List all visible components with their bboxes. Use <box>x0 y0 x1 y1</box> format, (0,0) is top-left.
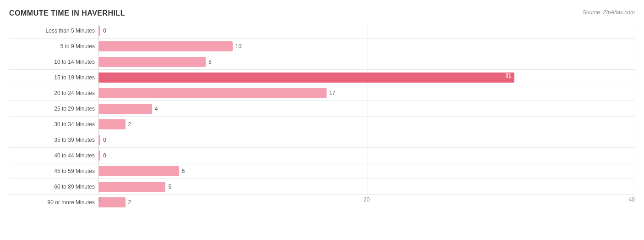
bar-fill <box>98 88 327 98</box>
bar-row: 15 to 19 Minutes31 <box>9 70 635 85</box>
bar-fill <box>98 41 233 51</box>
bar-fill <box>98 57 206 67</box>
bar-track: 8 <box>98 54 635 69</box>
bars-area: Less than 5 Minutes05 to 9 Minutes1010 t… <box>9 23 635 194</box>
bar-value-label: 0 <box>103 137 106 143</box>
bar-track: 31 <box>98 70 635 85</box>
bar-fill <box>98 151 100 161</box>
x-axis-label: 20 <box>364 196 370 203</box>
bar-row: 25 to 29 Minutes4 <box>9 101 635 117</box>
bar-fill <box>98 26 100 36</box>
chart-header: COMMUTE TIME IN HAVERHILL Source: ZipAtl… <box>9 9 635 17</box>
bar-value-label: 5 <box>168 184 171 190</box>
bar-fill <box>98 182 165 192</box>
bar-value-label: 8 <box>208 59 212 65</box>
bar-value-label: 0 <box>103 28 106 34</box>
bar-row: 35 to 39 Minutes0 <box>9 132 635 148</box>
bar-value-label: 0 <box>103 152 106 159</box>
bar-row: Less than 5 Minutes0 <box>9 23 635 39</box>
bar-label: 40 to 44 Minutes <box>9 152 98 159</box>
bar-row: 60 to 89 Minutes5 <box>9 179 635 195</box>
bar-track: 0 <box>98 148 635 163</box>
bar-label: 90 or more Minutes <box>9 199 98 206</box>
bar-row: 5 to 9 Minutes10 <box>9 39 635 54</box>
chart-source: Source: ZipAtlas.com <box>583 9 635 16</box>
bar-value-label: 10 <box>235 43 241 50</box>
chart-body: Less than 5 Minutes05 to 9 Minutes1010 t… <box>9 23 635 208</box>
bar-row: 10 to 14 Minutes8 <box>9 54 635 70</box>
bar-row: 40 to 44 Minutes0 <box>9 148 635 163</box>
bar-track: 17 <box>98 85 635 100</box>
x-axis-label: 0 <box>98 196 102 203</box>
bar-label: 20 to 24 Minutes <box>9 90 98 96</box>
grid-line <box>635 23 635 194</box>
bar-row: 30 to 34 Minutes2 <box>9 117 635 132</box>
bar-track: 0 <box>98 132 635 147</box>
bar-track: 2 <box>98 117 635 132</box>
bar-fill <box>98 135 100 145</box>
bar-value-label: 17 <box>329 90 335 96</box>
chart-container: COMMUTE TIME IN HAVERHILL Source: ZipAtl… <box>0 0 644 240</box>
bar-label: 45 to 59 Minutes <box>9 168 98 174</box>
bar-label: 15 to 19 Minutes <box>9 74 98 81</box>
bar-value-label: 6 <box>182 168 185 174</box>
chart-title: COMMUTE TIME IN HAVERHILL <box>9 9 125 17</box>
bar-track: 4 <box>98 101 635 116</box>
bar-track: 0 <box>98 23 635 38</box>
bar-label: 5 to 9 Minutes <box>9 43 98 50</box>
bar-label: 10 to 14 Minutes <box>9 59 98 65</box>
bar-fill <box>98 119 126 129</box>
bar-track: 5 <box>98 179 635 194</box>
bar-fill: 31 <box>98 73 514 83</box>
x-axis: 02040 <box>98 196 635 208</box>
bars-container: Less than 5 Minutes05 to 9 Minutes1010 t… <box>9 23 635 210</box>
bar-label: 35 to 39 Minutes <box>9 137 98 143</box>
bar-value-label: 31 <box>505 73 511 79</box>
bar-row: 45 to 59 Minutes6 <box>9 163 635 179</box>
bar-row: 20 to 24 Minutes17 <box>9 85 635 101</box>
bar-value-label: 2 <box>128 121 131 128</box>
bar-label: 60 to 89 Minutes <box>9 184 98 190</box>
x-axis-label: 40 <box>629 196 635 203</box>
bar-track: 10 <box>98 39 635 54</box>
bar-value-label: 4 <box>155 106 158 112</box>
bar-label: 30 to 34 Minutes <box>9 121 98 128</box>
bar-fill <box>98 166 179 176</box>
bar-label: Less than 5 Minutes <box>9 28 98 34</box>
bar-track: 6 <box>98 163 635 179</box>
bar-label: 25 to 29 Minutes <box>9 106 98 112</box>
bar-fill <box>98 104 152 114</box>
